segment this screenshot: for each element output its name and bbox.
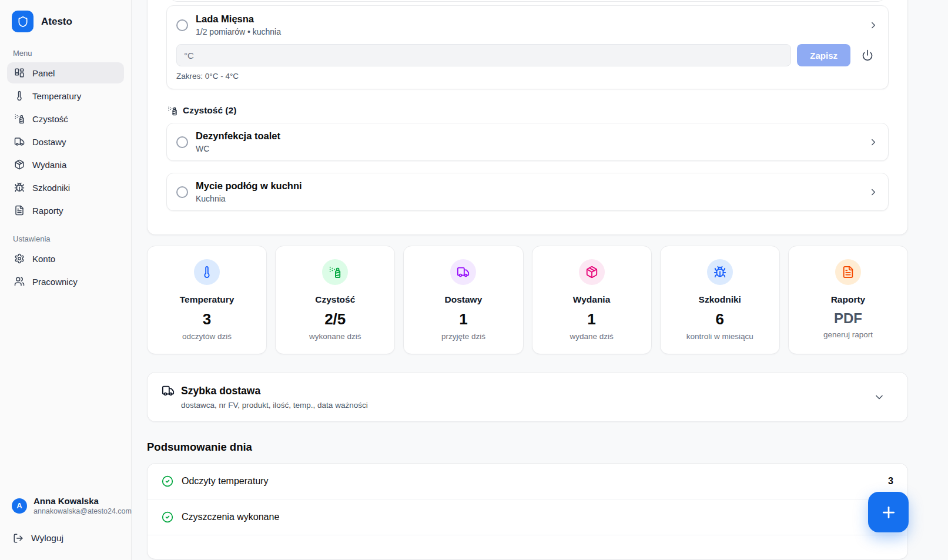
sidebar-item-panel[interactable]: Panel	[7, 62, 124, 83]
stats-row: Temperatury 3 odczytów dziś Czystość 2/5…	[147, 246, 908, 354]
stat-card-temperatury[interactable]: Temperatury 3 odczytów dziś	[147, 246, 267, 354]
summary-title: Podsumowanie dnia	[147, 441, 908, 454]
menu-section-label: Menu	[13, 49, 118, 58]
add-fab-button[interactable]	[868, 492, 909, 532]
stat-value: 3	[153, 310, 260, 328]
stat-caption: wykonane dziś	[282, 332, 388, 341]
plus-icon	[880, 504, 897, 521]
sidebar-item-label: Wydania	[32, 160, 66, 170]
stat-value: 1	[538, 310, 645, 328]
bug-icon	[14, 182, 25, 193]
user-email: annakowalska@atesto24.com	[34, 507, 132, 515]
stat-card-raporty[interactable]: Raporty PDF generuj raport	[788, 246, 908, 354]
summary-label: Odczyty temperatury	[182, 476, 880, 487]
cleaning-task-card[interactable]: Mycie podłóg w kuchni Kuchnia	[166, 173, 889, 211]
stat-caption: odczytów dziś	[153, 332, 260, 341]
stat-label: Czystość	[282, 294, 388, 305]
sidebar-item-szkodniki[interactable]: Szkodniki	[7, 177, 124, 198]
logout-label: Wyloguj	[31, 533, 63, 544]
quick-delivery-card[interactable]: Szybka dostawa dostawca, nr FV, produkt,…	[147, 372, 908, 422]
task-title: Dezynfekcja toalet	[196, 130, 860, 142]
file-text-icon	[14, 205, 25, 216]
task-radio[interactable]	[176, 186, 188, 198]
summary-label: Czyszczenia wykonane	[182, 512, 885, 522]
truck-icon	[14, 136, 25, 147]
chevron-right-icon[interactable]	[868, 20, 879, 31]
summary-row-partial	[148, 535, 907, 559]
summary-row-cleaning: Czyszczenia wykonane	[148, 499, 907, 535]
user-profile[interactable]: A Anna Kowalska annakowalska@atesto24.co…	[7, 492, 124, 519]
temperature-input[interactable]	[176, 44, 791, 66]
spray-icon	[14, 113, 25, 124]
chevron-down-icon[interactable]	[873, 391, 885, 403]
power-icon	[862, 49, 873, 61]
sidebar: Atesto Menu Panel Temperatury Czystość D…	[0, 0, 132, 560]
sidebar-item-label: Raporty	[32, 206, 63, 216]
stat-card-szkodniki[interactable]: Szkodniki 6 kontroli w miesiącu	[660, 246, 780, 354]
stat-value: 1	[410, 310, 517, 328]
stat-value: 2/5	[282, 310, 388, 328]
quick-delivery-subtitle: dostawca, nr FV, produkt, ilość, temp., …	[181, 401, 893, 410]
summary-row-temperature: Odczyty temperatury 3	[148, 464, 907, 499]
brand: Atesto	[7, 8, 124, 37]
logout-icon	[13, 533, 24, 544]
cleaning-section-title: Czystość (2)	[183, 105, 236, 116]
gear-icon	[14, 253, 25, 264]
stat-label: Raporty	[795, 294, 902, 305]
logout-button[interactable]: Wyloguj	[7, 528, 124, 548]
users-icon	[14, 276, 25, 287]
task-subtitle: 1/2 pomiarów • kuchnia	[196, 27, 860, 36]
chevron-right-icon[interactable]	[868, 187, 879, 197]
sidebar-item-pracownicy[interactable]: Pracownicy	[7, 271, 124, 292]
sidebar-item-temperatury[interactable]: Temperatury	[7, 85, 124, 106]
summary-value: 3	[888, 476, 893, 487]
task-title: Lada Mięsna	[196, 14, 860, 25]
main-nav: Panel Temperatury Czystość Dostawy Wydan…	[7, 62, 124, 223]
stat-label: Wydania	[538, 294, 645, 305]
spray-icon	[322, 259, 348, 285]
stat-value: 6	[666, 310, 773, 328]
sidebar-item-label: Pracownicy	[32, 277, 78, 287]
settings-nav: Konto Pracownicy	[7, 248, 124, 294]
sidebar-item-dostawy[interactable]: Dostawy	[7, 131, 124, 152]
stat-caption: generuj raport	[795, 330, 902, 339]
cleaning-section-header: Czystość (2)	[168, 105, 887, 116]
settings-section-label: Ustawienia	[13, 234, 118, 243]
file-text-icon	[835, 259, 861, 285]
stat-caption: kontroli w miesiącu	[666, 332, 773, 341]
check-circle-icon	[162, 475, 173, 487]
sidebar-item-konto[interactable]: Konto	[7, 248, 124, 269]
task-subtitle: Kuchnia	[196, 194, 860, 203]
check-circle-icon	[162, 511, 173, 523]
sidebar-item-label: Temperatury	[32, 91, 81, 101]
task-radio[interactable]	[176, 136, 188, 148]
stat-label: Temperatury	[153, 294, 260, 305]
cleaning-task-card[interactable]: Dezynfekcja toalet WC	[166, 123, 889, 161]
stat-label: Dostawy	[410, 294, 517, 305]
sidebar-item-label: Dostawy	[32, 137, 66, 147]
user-name: Anna Kowalska	[34, 496, 132, 507]
save-button[interactable]: Zapisz	[797, 44, 850, 66]
brand-logo	[12, 11, 34, 32]
main-content: Lada Mięsna 1/2 pomiarów • kuchnia Zapis…	[132, 0, 948, 560]
brand-name: Atesto	[41, 16, 72, 28]
sidebar-item-czystosc[interactable]: Czystość	[7, 108, 124, 129]
stat-card-dostawy[interactable]: Dostawy 1 przyjęte dziś	[403, 246, 523, 354]
sidebar-item-label: Konto	[32, 254, 55, 264]
package-icon	[14, 159, 25, 170]
stat-card-wydania[interactable]: Wydania 1 wydane dziś	[532, 246, 652, 354]
sidebar-item-wydania[interactable]: Wydania	[7, 154, 124, 175]
quick-delivery-title: Szybka dostawa	[181, 385, 260, 397]
temperature-task-card: Lada Mięsna 1/2 pomiarów • kuchnia Zapis…	[166, 5, 889, 89]
range-note: Zakres: 0°C - 4°C	[176, 72, 879, 81]
stat-card-czystosc[interactable]: Czystość 2/5 wykonane dziś	[275, 246, 395, 354]
task-radio[interactable]	[176, 19, 188, 31]
sidebar-item-raporty[interactable]: Raporty	[7, 200, 124, 221]
bug-icon	[707, 259, 733, 285]
chevron-right-icon[interactable]	[868, 137, 879, 147]
power-button[interactable]	[856, 44, 879, 66]
stat-label: Szkodniki	[666, 294, 773, 305]
sidebar-item-label: Panel	[32, 68, 55, 78]
stat-caption: wydane dziś	[538, 332, 645, 341]
avatar: A	[12, 498, 27, 514]
